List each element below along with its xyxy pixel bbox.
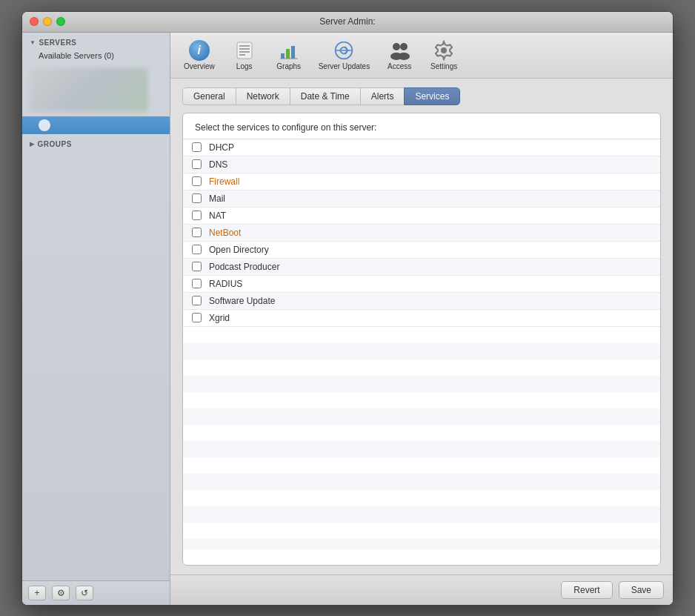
server-updates-label: Server Updates xyxy=(319,62,370,70)
podcastproducer-label: Podcast Producer xyxy=(209,262,279,272)
graphs-label: Graphs xyxy=(276,62,301,70)
triangle-right-icon: ▶ xyxy=(30,141,35,148)
mail-label: Mail xyxy=(209,193,225,204)
sidebar: ▼ SERVERS Available Servers (0) ▶ GROUPS… xyxy=(22,33,170,605)
netboot-checkbox[interactable] xyxy=(192,228,202,237)
tab-alerts[interactable]: Alerts xyxy=(360,87,405,105)
dns-label: DNS xyxy=(209,159,227,170)
opendirectory-checkbox[interactable] xyxy=(192,245,202,254)
access-label: Access xyxy=(388,62,411,70)
settings-toolbar-btn[interactable]: Settings xyxy=(423,37,465,73)
radius-checkbox[interactable] xyxy=(192,279,202,288)
settings-button[interactable]: ⚙ xyxy=(52,586,70,600)
access-icon xyxy=(389,40,410,61)
tab-datetime[interactable]: Date & Time xyxy=(290,87,360,105)
service-row-opendirectory: Open Directory xyxy=(183,242,660,259)
minimize-button[interactable] xyxy=(43,17,52,26)
service-row-xgrid: Xgrid xyxy=(183,310,660,327)
server-updates-icon xyxy=(333,40,354,61)
overview-label: Overview xyxy=(184,62,215,70)
xgrid-checkbox[interactable] xyxy=(192,313,202,322)
add-server-button[interactable]: + xyxy=(28,586,46,600)
triangle-icon: ▼ xyxy=(30,39,36,46)
dhcp-checkbox[interactable] xyxy=(192,142,202,152)
firewall-label: Firewall xyxy=(209,176,239,187)
logs-icon xyxy=(234,40,255,61)
service-row-netboot: NetBoot xyxy=(183,225,660,242)
sidebar-servers-header: ▼ SERVERS xyxy=(22,33,170,50)
traffic-lights xyxy=(30,17,65,26)
service-row-firewall: Firewall xyxy=(183,173,660,191)
svg-point-11 xyxy=(393,43,400,50)
service-row-nat: NAT xyxy=(183,208,660,225)
tab-bar: General Network Date & Time Alerts Servi… xyxy=(182,87,661,105)
dhcp-label: DHCP xyxy=(209,142,234,153)
titlebar: Server Admin: xyxy=(22,12,673,33)
server-avatar xyxy=(30,67,148,112)
service-row-radius: RADIUS xyxy=(183,276,660,293)
netboot-label: NetBoot xyxy=(209,228,241,238)
main-content: ▼ SERVERS Available Servers (0) ▶ GROUPS… xyxy=(22,33,673,605)
service-row-softwareupdate: Software Update xyxy=(183,293,660,310)
xgrid-label: Xgrid xyxy=(209,313,230,323)
refresh-button[interactable]: ↺ xyxy=(76,586,93,600)
bottom-bar: Revert Save xyxy=(170,574,673,605)
maximize-button[interactable] xyxy=(56,17,65,26)
softwareupdate-checkbox[interactable] xyxy=(192,296,202,305)
tab-network[interactable]: Network xyxy=(236,87,290,105)
firewall-checkbox[interactable] xyxy=(192,176,202,186)
server-selected-icon xyxy=(39,119,50,131)
overview-toolbar-btn[interactable]: i Overview xyxy=(178,37,221,73)
services-panel: Select the services to configure on this… xyxy=(182,113,661,566)
right-panel: i Overview Logs xyxy=(170,33,673,605)
sidebar-footer: + ⚙ ↺ xyxy=(22,580,170,605)
groups-label: GROUPS xyxy=(38,140,72,148)
services-list: DHCP DNS Firewall Mail xyxy=(183,139,660,565)
radius-label: RADIUS xyxy=(209,279,242,289)
tab-general[interactable]: General xyxy=(182,87,236,105)
service-row-dhcp: DHCP xyxy=(183,139,660,156)
logs-label: Logs xyxy=(236,62,253,70)
svg-point-12 xyxy=(400,43,408,50)
settings-icon xyxy=(433,40,454,61)
svg-rect-7 xyxy=(291,46,295,59)
logs-toolbar-btn[interactable]: Logs xyxy=(224,37,265,73)
servers-label: SERVERS xyxy=(39,39,76,47)
overview-icon: i xyxy=(189,40,210,61)
svg-point-14 xyxy=(398,53,410,60)
tab-services[interactable]: Services xyxy=(404,87,460,105)
toolbar: i Overview Logs xyxy=(170,33,673,79)
nat-label: NAT xyxy=(209,211,226,221)
available-servers: Available Servers (0) xyxy=(22,50,170,64)
svg-rect-6 xyxy=(286,49,290,59)
podcastproducer-checkbox[interactable] xyxy=(192,262,202,271)
dns-checkbox[interactable] xyxy=(192,159,202,169)
window-title: Server Admin: xyxy=(319,16,375,27)
mail-checkbox[interactable] xyxy=(192,193,202,203)
selected-server-item[interactable] xyxy=(22,116,170,134)
svg-rect-0 xyxy=(237,42,252,59)
softwareupdate-label: Software Update xyxy=(209,296,275,306)
main-window: Server Admin: ▼ SERVERS Available Server… xyxy=(21,11,674,606)
settings-label: Settings xyxy=(430,62,457,70)
opendirectory-label: Open Directory xyxy=(209,245,269,255)
server-updates-toolbar-btn[interactable]: Server Updates xyxy=(313,37,376,73)
svg-point-15 xyxy=(441,47,447,53)
nat-checkbox[interactable] xyxy=(192,211,202,220)
empty-rows xyxy=(183,327,660,549)
service-row-dns: DNS xyxy=(183,156,660,173)
svg-rect-5 xyxy=(281,53,285,59)
content-area: General Network Date & Time Alerts Servi… xyxy=(170,79,673,574)
revert-button[interactable]: Revert xyxy=(561,581,612,599)
service-row-mail: Mail xyxy=(183,191,660,208)
graphs-icon xyxy=(279,40,299,61)
save-button[interactable]: Save xyxy=(619,581,664,599)
service-row-podcastproducer: Podcast Producer xyxy=(183,259,660,276)
graphs-toolbar-btn[interactable]: Graphs xyxy=(268,37,310,73)
sidebar-groups-header: ▶ GROUPS xyxy=(22,136,170,151)
close-button[interactable] xyxy=(30,17,39,26)
access-toolbar-btn[interactable]: Access xyxy=(379,37,420,73)
services-title: Select the services to configure on this… xyxy=(183,113,660,139)
